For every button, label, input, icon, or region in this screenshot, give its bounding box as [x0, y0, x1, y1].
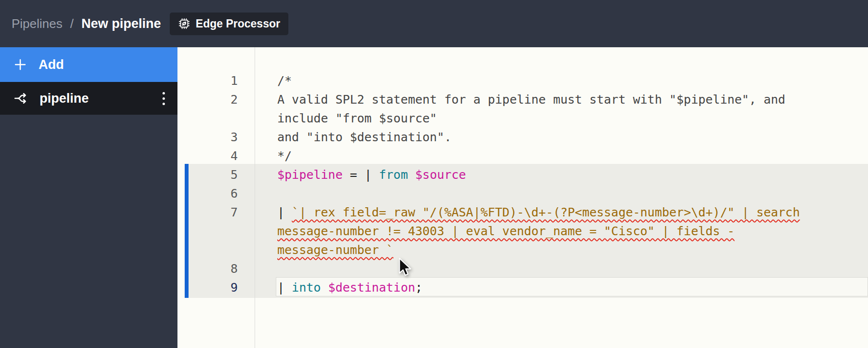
- line-number: [177, 241, 255, 259]
- code-line[interactable]: 3and "into $destination".: [177, 128, 868, 147]
- branch-icon: [14, 91, 28, 106]
- line-number: 4: [177, 147, 255, 165]
- code-line[interactable]: 1/*: [177, 71, 868, 90]
- line-number: 5: [177, 165, 255, 184]
- line-number: 6: [177, 184, 255, 203]
- chip-icon: [178, 17, 190, 30]
- code-text: | into $destination;: [255, 278, 422, 297]
- code-line[interactable]: 4*/: [177, 147, 868, 165]
- breadcrumb-separator: /: [70, 16, 74, 31]
- sidebar-item-pipeline-label: pipeline: [40, 91, 89, 106]
- code-line[interactable]: message-number `: [177, 241, 868, 259]
- breadcrumb-pipelines[interactable]: Pipelines: [12, 16, 63, 31]
- line-number: 8: [177, 259, 255, 278]
- code-text: /*: [255, 71, 292, 90]
- code-text: $pipeline = | from $source: [255, 165, 466, 184]
- code-text: message-number != 43003 | eval vendor_na…: [255, 222, 734, 241]
- code-text: include "from $source": [255, 109, 437, 128]
- breadcrumb-current page-title: New pipeline: [81, 16, 161, 31]
- line-number: 7: [177, 203, 255, 222]
- code-rows: 1/*2A valid SPL2 statement for a pipelin…: [177, 71, 868, 297]
- code-text: */: [255, 147, 292, 165]
- top-bar: Pipelines / New pipeline Edge Processor: [0, 0, 868, 47]
- code-line[interactable]: 8: [177, 259, 868, 278]
- code-line[interactable]: message-number != 43003 | eval vendor_na…: [177, 222, 868, 241]
- code-line[interactable]: 7| `| rex field=_raw "/(%ASA|%FTD)-\d+-(…: [177, 203, 868, 222]
- code-text: message-number `: [255, 241, 393, 259]
- line-number: 3: [177, 128, 255, 147]
- breadcrumb: Pipelines / New pipeline: [12, 16, 161, 31]
- sidebar-item-add-label: Add: [39, 57, 64, 72]
- edge-processor-badge: Edge Processor: [170, 13, 288, 35]
- line-number: [177, 222, 255, 241]
- line-number: 9: [177, 278, 255, 297]
- line-number: 1: [177, 71, 255, 90]
- sidebar-item-pipeline[interactable]: pipeline: [0, 82, 177, 115]
- code-line[interactable]: 9| into $destination;: [177, 278, 868, 297]
- sidebar: Add pipeline: [0, 47, 177, 348]
- code-text: A valid SPL2 statement for a pipeline mu…: [255, 90, 786, 109]
- code-line[interactable]: 2A valid SPL2 statement for a pipeline m…: [177, 90, 868, 109]
- code-text: [255, 259, 277, 278]
- code-editor[interactable]: 1/*2A valid SPL2 statement for a pipelin…: [177, 47, 868, 348]
- plus-icon: [14, 58, 27, 71]
- line-number: [177, 109, 255, 128]
- sidebar-item-add[interactable]: Add: [0, 47, 177, 82]
- code-text: [255, 184, 277, 203]
- code-line[interactable]: 5$pipeline = | from $source: [177, 165, 868, 184]
- kebab-icon[interactable]: [158, 88, 170, 109]
- code-text: | `| rex field=_raw "/(%ASA|%FTD)-\d+-(?…: [255, 203, 800, 222]
- code-line[interactable]: 6: [177, 184, 868, 203]
- code-line[interactable]: include "from $source": [177, 109, 868, 128]
- mouse-pointer-icon: [398, 257, 412, 277]
- line-number: 2: [177, 90, 255, 109]
- edge-processor-badge-label: Edge Processor: [196, 17, 280, 30]
- code-text: and "into $destination".: [255, 128, 451, 147]
